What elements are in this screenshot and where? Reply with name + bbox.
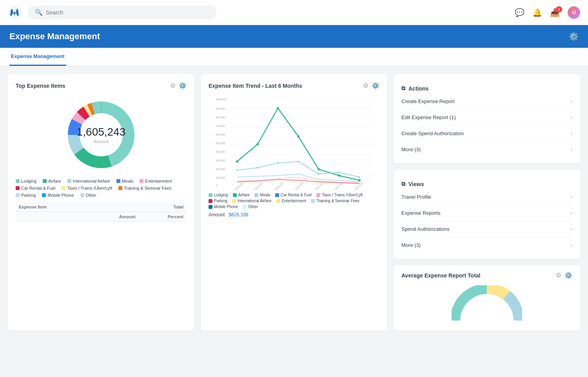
svg-text:0: 0 [216, 184, 218, 187]
top-expense-card: Top Expense Items ⚙ ⚙️ [8, 74, 194, 331]
trend-icons: ⚙ ⚙️ [363, 82, 379, 89]
svg-text:10,000: 10,000 [216, 176, 225, 179]
top-expense-header: Top Expense Items ⚙ ⚙️ [16, 82, 187, 89]
action-more[interactable]: More (3) › [401, 141, 572, 157]
trend-legend-car: Car Rental & Fuel [275, 193, 312, 197]
view-spend-auth[interactable]: Spend Authorizations › [401, 221, 572, 237]
trend-settings-icon[interactable]: ⚙️ [372, 82, 379, 89]
view-travel-label: Travel Profile [401, 194, 431, 200]
action-more-label: More (3) [401, 147, 421, 152]
svg-text:90,000: 90,000 [216, 107, 225, 111]
trend-title: Expense Item Trend - Last 6 Months [209, 83, 302, 89]
half-donut-chart [401, 285, 572, 324]
svg-text:2020-Q3: 2020-Q3 [274, 182, 284, 190]
settings-icon[interactable]: ⚙️ [569, 32, 579, 41]
action-create-spend[interactable]: Create Spend Authorization › [401, 125, 572, 141]
chevron-right-icon-4: › [570, 146, 572, 152]
tab-expense-management[interactable]: Expense Management [9, 48, 66, 66]
svg-text:2020-Q1: 2020-Q1 [234, 182, 244, 190]
trend-legend-parking: Parking [209, 199, 227, 203]
trend-legend: Lodging Airfare Meals Car Rental & Fuel … [209, 193, 379, 209]
donut-label: Amount [77, 139, 126, 144]
legend-mobile: Mobile Phone [42, 193, 74, 198]
avg-filter-icon[interactable]: ⚙ [556, 272, 561, 279]
chevron-view-3: › [570, 226, 572, 232]
svg-point-51 [338, 172, 340, 173]
trend-legend-mobile: Mobile Phone [209, 205, 238, 209]
actions-copy-icon: ⧉ [401, 85, 405, 92]
chevron-right-icon-2: › [570, 114, 572, 120]
svg-text:40,000: 40,000 [216, 150, 225, 154]
view-travel-profile[interactable]: Travel Profile › [401, 189, 572, 205]
workday-logo [8, 5, 22, 20]
bell-icon[interactable]: 🔔 [532, 8, 542, 17]
views-title: Views [408, 181, 424, 187]
svg-text:50,000: 50,000 [216, 141, 225, 145]
avg-icons: ⚙ ⚙️ [556, 272, 572, 279]
donut-chart: 1,605,243 Amount [62, 96, 140, 174]
view-expense-reports[interactable]: Expense Reports › [401, 205, 572, 221]
svg-point-40 [256, 143, 259, 145]
svg-point-44 [338, 174, 340, 177]
view-spend-label: Spend Authorizations [401, 226, 450, 232]
filter-icon[interactable]: ⚙ [170, 82, 176, 89]
top-expense-title: Top Expense Items [16, 83, 65, 89]
svg-point-50 [318, 173, 319, 175]
donut-value: 1,605,243 [77, 126, 126, 138]
chevron-right-icon: › [570, 98, 572, 104]
user-avatar[interactable]: U [568, 6, 580, 19]
line-chart: 100,000 90,000 80,000 70,000 60,000 50,0… [209, 96, 379, 190]
top-nav: 🔍 💬 🔔 📥 3 U [0, 0, 588, 25]
svg-text:80,000: 80,000 [216, 116, 225, 119]
action-create-expense[interactable]: Create Expense Report › [401, 93, 572, 109]
trend-legend-training: Training & Seminar Fees [311, 199, 359, 203]
col-amount: Amount [90, 212, 139, 222]
svg-point-52 [359, 176, 360, 178]
legend-lodging: Lodging [16, 179, 36, 183]
col-expense-item: Expense Item [16, 202, 90, 212]
trend-legend-entertainment: Entertainment [276, 199, 306, 203]
svg-point-47 [257, 167, 258, 169]
chevron-view-4: › [570, 242, 572, 248]
settings-icon-small[interactable]: ⚙️ [179, 82, 187, 89]
action-edit-expense-label: Edit Expense Report (1) [401, 114, 456, 120]
donut-center: 1,605,243 Amount [77, 126, 126, 144]
trend-amount-label: Amount [209, 212, 225, 218]
svg-text:70,000: 70,000 [216, 124, 225, 128]
inbox-badge: 3 [556, 6, 562, 13]
trend-legend-intl: International Airfare [232, 199, 272, 203]
svg-point-42 [297, 135, 299, 138]
trend-legend-airfare: Airfare [233, 193, 250, 197]
trend-amount-row: Amount $826,108 [209, 212, 379, 218]
chat-icon[interactable]: 💬 [515, 8, 524, 17]
svg-point-46 [236, 169, 238, 171]
trend-header: Expense Item Trend - Last 6 Months ⚙ ⚙️ [209, 82, 379, 89]
col-percent: Percent [139, 212, 187, 222]
legend-meals: Meals [116, 179, 133, 183]
trend-legend-taxis: Taxis / Trains /Uber/Lyft [316, 193, 363, 197]
actions-title: Actions [408, 85, 428, 92]
svg-point-43 [318, 168, 320, 170]
trend-filter-icon[interactable]: ⚙ [363, 82, 368, 89]
svg-point-45 [358, 179, 361, 181]
svg-point-49 [298, 161, 299, 162]
actions-section-header: ⧉ Actions [401, 85, 572, 92]
search-box[interactable]: 🔍 [28, 6, 216, 19]
svg-text:2021-Q2: 2021-Q2 [334, 182, 343, 190]
view-more[interactable]: More (3) › [401, 237, 572, 253]
action-create-expense-label: Create Expense Report [401, 98, 455, 104]
right-panel: ⧉ Actions Create Expense Report › Edit E… [394, 74, 580, 331]
logo-area [8, 5, 22, 20]
trend-legend-meals: Meals [254, 193, 270, 197]
avg-settings-icon[interactable]: ⚙️ [564, 272, 572, 279]
action-create-spend-label: Create Spend Authorization [401, 130, 464, 136]
inbox-icon[interactable]: 📥 3 [550, 8, 560, 17]
legend-entertainment: Entertainment [140, 179, 172, 183]
header-bar: Expense Management ⚙️ [0, 25, 588, 48]
action-edit-expense[interactable]: Edit Expense Report (1) › [401, 109, 572, 125]
trend-legend-other: Other [243, 205, 258, 209]
search-input[interactable] [46, 9, 210, 16]
svg-text:100,000: 100,000 [216, 98, 227, 101]
svg-text:60,000: 60,000 [216, 133, 225, 136]
trend-card: Expense Item Trend - Last 6 Months ⚙ ⚙️ … [201, 74, 387, 331]
